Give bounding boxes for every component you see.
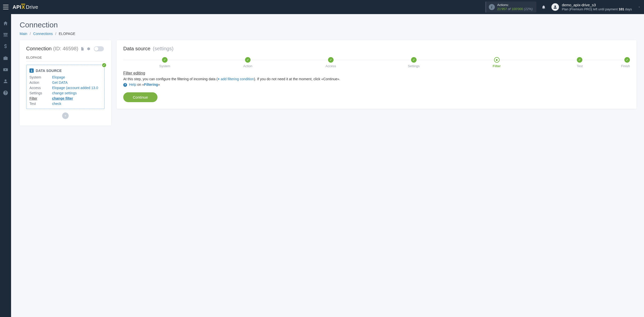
breadcrumb: Main / Connections / ELOPAGE bbox=[20, 32, 636, 36]
breadcrumb-current: ELOPAGE bbox=[59, 32, 75, 36]
help-line: ? Help on «Filtering» bbox=[123, 83, 630, 87]
gear-icon[interactable] bbox=[86, 47, 90, 51]
actions-counter[interactable]: i Actions: 21'957 of 100'000 (22%) bbox=[485, 2, 536, 13]
svg-point-1 bbox=[5, 36, 6, 37]
connection-id: (ID: 46598) bbox=[53, 46, 78, 52]
ds-row-key-filter: Filter bbox=[29, 96, 50, 100]
ds-row-val-test[interactable]: check bbox=[52, 102, 101, 106]
ds-number: 1 bbox=[29, 68, 34, 73]
logo[interactable]: API X Drive bbox=[13, 4, 38, 10]
user-menu[interactable]: demo_apix-drive_s3 Plan |Premium PRO| le… bbox=[551, 3, 641, 12]
ds-row-val-access[interactable]: Elopage (account added 13.0 bbox=[52, 86, 101, 90]
sidebar bbox=[0, 14, 11, 317]
info-icon: i bbox=[489, 4, 495, 10]
logo-x: X bbox=[22, 4, 25, 10]
chevron-down-icon bbox=[637, 5, 641, 9]
step-access[interactable]: ✓ Access bbox=[289, 57, 372, 68]
ds-row-val-action[interactable]: Get DATA bbox=[52, 81, 101, 85]
logo-drive: Drive bbox=[26, 4, 38, 10]
user-plan: Plan |Premium PRO| left until payment 10… bbox=[562, 7, 632, 12]
logo-api: API bbox=[13, 4, 21, 10]
sidebar-item-video[interactable] bbox=[3, 67, 8, 72]
connection-card: Connection (ID: 46598) ELOPAGE ✓ 1 DATA … bbox=[20, 40, 111, 126]
svg-point-0 bbox=[4, 36, 5, 37]
help-topic[interactable]: Filtering bbox=[144, 83, 158, 87]
breadcrumb-connections[interactable]: Connections bbox=[33, 32, 53, 36]
add-destination-button[interactable] bbox=[62, 112, 69, 119]
connection-sub: ELOPAGE bbox=[26, 56, 105, 59]
step-action[interactable]: ✓ Action bbox=[206, 57, 289, 68]
filter-editing-desc: At this step, you can configure the filt… bbox=[123, 77, 630, 81]
step-finish[interactable]: ✓ Finish bbox=[621, 57, 630, 68]
ds-row-val-settings[interactable]: change settings bbox=[52, 91, 101, 95]
step-settings[interactable]: ✓ Settings bbox=[372, 57, 455, 68]
sidebar-item-account[interactable] bbox=[3, 78, 8, 84]
ds-row-val-system[interactable]: Elopage bbox=[52, 75, 101, 79]
svg-point-2 bbox=[7, 36, 8, 37]
sidebar-item-help[interactable] bbox=[3, 90, 8, 96]
document-icon[interactable] bbox=[80, 47, 84, 51]
connection-title: Connection bbox=[26, 46, 52, 52]
stepper: ✓ System ✓ Action ✓ Access ✓ Settings bbox=[123, 57, 630, 68]
step-filter[interactable]: Filter bbox=[455, 57, 538, 68]
step-test[interactable]: ✓ Test bbox=[538, 57, 621, 68]
filter-editing-title: Filter editing bbox=[123, 71, 630, 75]
notifications-icon[interactable] bbox=[541, 5, 546, 10]
sidebar-item-home[interactable] bbox=[3, 21, 8, 26]
ds-row-key-settings: Settings bbox=[29, 91, 50, 95]
check-icon: ✓ bbox=[102, 63, 107, 68]
ds-row-key-system: System bbox=[29, 75, 50, 79]
help-icon: ? bbox=[123, 83, 127, 87]
ds-row-key-test: Test bbox=[29, 102, 50, 106]
avatar-icon bbox=[551, 3, 559, 11]
actions-label: Actions: bbox=[497, 3, 533, 7]
menu-toggle[interactable] bbox=[3, 5, 9, 9]
actions-numbers: 21'957 of 100'000 (22%) bbox=[497, 7, 533, 11]
continue-button[interactable]: Continue bbox=[123, 92, 157, 102]
sidebar-item-billing[interactable] bbox=[3, 44, 8, 49]
user-name: demo_apix-drive_s3 bbox=[562, 3, 632, 8]
sidebar-item-briefcase[interactable] bbox=[3, 55, 8, 61]
breadcrumb-main[interactable]: Main bbox=[20, 32, 27, 36]
data-source-box: ✓ 1 DATA SOURCE System Elopage Action Ge… bbox=[26, 65, 105, 109]
page-title: Connection bbox=[20, 21, 636, 29]
step-system[interactable]: ✓ System bbox=[123, 57, 206, 68]
connection-toggle[interactable] bbox=[94, 46, 104, 51]
help-link[interactable]: Help bbox=[129, 83, 137, 87]
ds-row-key-access: Access bbox=[29, 86, 50, 90]
right-title-sub: (settings) bbox=[151, 46, 174, 51]
sidebar-item-connections[interactable] bbox=[3, 32, 8, 38]
ds-row-val-filter[interactable]: change filter bbox=[52, 96, 101, 100]
right-title: Data source bbox=[123, 46, 150, 51]
ds-title: DATA SOURCE bbox=[36, 69, 62, 73]
ds-row-key-action: Action bbox=[29, 81, 50, 85]
add-filtering-condition[interactable]: + add filtering condition bbox=[218, 77, 254, 81]
data-source-settings-card: Data source (settings) ✓ System ✓ Action… bbox=[117, 40, 636, 109]
